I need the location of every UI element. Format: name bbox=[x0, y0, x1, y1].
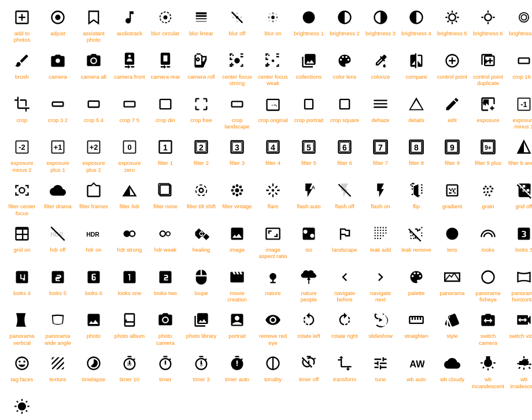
icon-label: timer bbox=[159, 376, 171, 382]
svg-point-22 bbox=[272, 20, 274, 23]
icon-symbol bbox=[480, 310, 496, 330]
icon-label: panorama bbox=[440, 290, 465, 296]
icon-item-flare: flare bbox=[256, 178, 290, 219]
icon-symbol bbox=[86, 180, 102, 201]
icon-label: straighten bbox=[404, 333, 428, 339]
icon-label: crop free bbox=[190, 117, 212, 123]
icon-symbol bbox=[337, 223, 353, 244]
svg-point-43 bbox=[519, 13, 529, 22]
icon-label: brightness 6 bbox=[473, 30, 503, 36]
svg-text:+1: +1 bbox=[54, 143, 62, 152]
icon-item-panorama-fisheye: panorama fisheye bbox=[471, 264, 505, 305]
icon-item-hdr-on: HDRhdr on bbox=[76, 221, 111, 262]
icon-symbol bbox=[408, 310, 424, 330]
icon-label: hdr on bbox=[86, 246, 102, 253]
svg-point-19 bbox=[268, 16, 270, 19]
icon-label: photo bbox=[87, 333, 101, 339]
icon-item-crop-5-4: crop 5 4 bbox=[76, 91, 111, 132]
icon-label: dehaze bbox=[371, 117, 389, 123]
icon-symbol: 2 bbox=[193, 137, 209, 157]
icon-symbol bbox=[193, 180, 209, 201]
icon-item-adjust: adjust bbox=[40, 5, 75, 46]
icon-symbol bbox=[516, 353, 532, 374]
icon-label: color lens bbox=[333, 73, 357, 80]
icon-label: grid off bbox=[516, 203, 532, 209]
icon-item-panorama-horizontal: panorama horizontal bbox=[507, 264, 532, 305]
icon-symbol bbox=[480, 353, 496, 374]
icon-item-blur-off: blur off bbox=[220, 5, 254, 46]
icon-symbol bbox=[301, 267, 317, 288]
icon-item-center-focus-weak: center focus weak bbox=[256, 48, 290, 89]
icon-symbol bbox=[86, 94, 102, 115]
icon-item-looks-5: looks 5 bbox=[40, 264, 75, 305]
icon-item-blur-circular: blur circular bbox=[148, 5, 183, 46]
icon-symbol: AW bbox=[408, 353, 424, 374]
icon-item-brightness-3: brightness 3 bbox=[363, 5, 398, 46]
icon-item-filter-4: 4filter 4 bbox=[256, 134, 290, 175]
icon-symbol: 4 bbox=[265, 137, 281, 157]
icon-symbol bbox=[229, 353, 245, 374]
icon-symbol bbox=[265, 267, 281, 288]
icon-item-colorize: colorize bbox=[363, 48, 398, 89]
icon-symbol bbox=[193, 50, 209, 71]
icon-label: flare bbox=[268, 203, 278, 209]
icon-label: rotate left bbox=[297, 333, 320, 339]
icon-label: photo album bbox=[114, 333, 145, 339]
icon-label: filter vintage bbox=[222, 203, 252, 209]
icon-label: leak remove bbox=[401, 246, 431, 253]
svg-line-34 bbox=[448, 13, 449, 14]
icon-label: looks bbox=[482, 246, 494, 253]
icon-item-flash-off: flash off bbox=[327, 178, 362, 219]
icon-item-panorama-vertical: panorama vertical bbox=[5, 307, 39, 348]
icon-symbol bbox=[193, 267, 209, 288]
icon-label: center focus weak bbox=[257, 73, 289, 87]
svg-point-27 bbox=[303, 12, 315, 24]
icon-label: style bbox=[446, 333, 458, 339]
icon-item-transform: transform bbox=[327, 351, 362, 392]
svg-point-115 bbox=[163, 318, 167, 322]
icon-symbol bbox=[14, 267, 30, 288]
icon-symbol bbox=[480, 94, 496, 115]
icon-label: timer 10 bbox=[120, 376, 139, 382]
svg-text:7: 7 bbox=[378, 143, 383, 152]
icon-item-blur-linear: blur linear bbox=[184, 5, 219, 46]
icon-symbol: A bbox=[301, 180, 317, 201]
svg-point-100 bbox=[239, 186, 242, 189]
icon-label: filter tilt shift bbox=[187, 203, 216, 209]
icon-item-center-focus-strong: center focus strong bbox=[220, 48, 254, 89]
icon-label: healing bbox=[193, 246, 210, 253]
icon-symbol bbox=[229, 94, 245, 115]
svg-text:HDR: HDR bbox=[50, 231, 64, 238]
icon-symbol bbox=[265, 310, 281, 330]
icon-item-filter-none: filter none bbox=[148, 178, 183, 219]
icon-symbol: 3 bbox=[193, 353, 209, 374]
icon-symbol bbox=[516, 7, 532, 28]
icon-label: blur circular bbox=[151, 30, 179, 36]
svg-text:6: 6 bbox=[342, 143, 347, 152]
icon-symbol bbox=[121, 310, 138, 330]
svg-text:+2: +2 bbox=[90, 143, 98, 152]
icon-symbol bbox=[301, 7, 317, 28]
icon-symbol bbox=[229, 7, 245, 28]
icon-item-lens: lens bbox=[435, 221, 470, 262]
icon-symbol bbox=[86, 50, 102, 71]
svg-point-112 bbox=[166, 231, 170, 235]
icon-label: timelapse bbox=[82, 376, 106, 382]
icon-item-photo-library: photo library bbox=[184, 307, 219, 348]
icon-symbol bbox=[157, 94, 173, 115]
icon-item-timer-off: timer off bbox=[291, 351, 326, 392]
icon-symbol bbox=[480, 267, 496, 288]
icon-symbol bbox=[14, 180, 30, 201]
icon-symbol bbox=[337, 7, 353, 28]
icon-symbol bbox=[516, 310, 532, 330]
icon-symbol: 7 bbox=[372, 137, 389, 157]
icon-label: brightness 5 bbox=[437, 30, 467, 36]
icon-item-leak-add: leak add bbox=[363, 221, 398, 262]
icon-symbol: 10 bbox=[121, 353, 138, 374]
icon-label: texture bbox=[49, 376, 66, 382]
icon-label: exposure bbox=[476, 117, 499, 123]
icon-label: filter 2 bbox=[194, 160, 209, 166]
icon-symbol bbox=[121, 267, 138, 288]
icon-item-filter-center-focus: filter center focus bbox=[5, 178, 39, 219]
icon-item-panorama: panorama bbox=[435, 264, 470, 305]
